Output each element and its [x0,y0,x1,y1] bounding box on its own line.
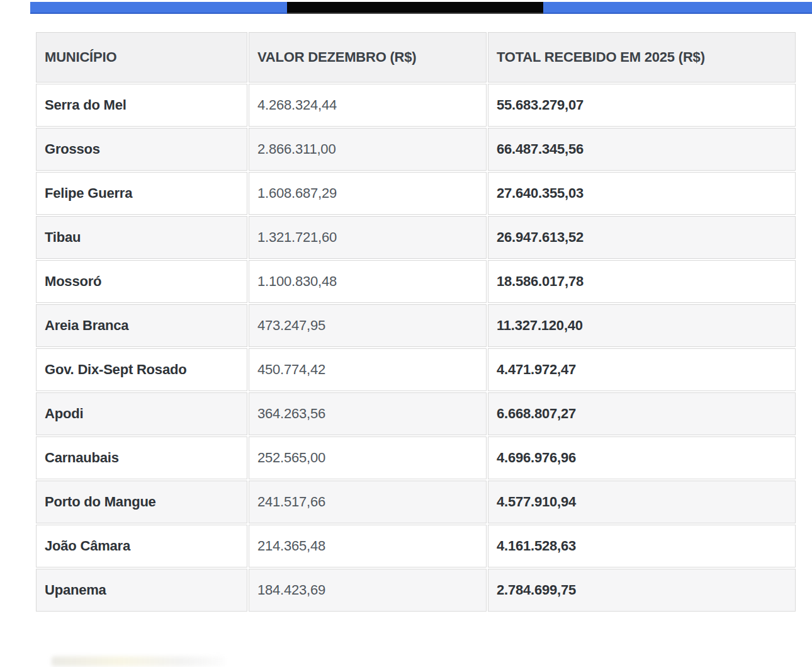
table-row: Apodi364.263,566.668.807,27 [36,392,796,435]
cell-total-2025: 4.161.528,63 [488,525,796,567]
cell-municipio: Areia Branca [36,304,247,347]
column-header-total-2025: TOTAL RECEBIDO EM 2025 (R$) [488,32,796,83]
cell-valor-dezembro: 450.774,42 [249,348,487,391]
table-row: Upanema184.423,692.784.699,75 [36,569,796,612]
cutoff-bottom-artifact [52,656,225,666]
table-body: Serra do Mel4.268.324,4455.683.279,07Gro… [36,84,796,612]
table-row: Areia Branca473.247,9511.327.120,40 [36,304,796,347]
cell-municipio: João Câmara [36,525,247,567]
table-row: Tibau1.321.721,6026.947.613,52 [36,216,796,259]
cell-total-2025: 11.327.120,40 [488,304,796,347]
cell-municipio: Gov. Dix-Sept Rosado [36,348,247,391]
cell-total-2025: 4.471.972,47 [488,348,796,391]
cell-valor-dezembro: 2.866.311,00 [249,128,487,171]
cell-total-2025: 2.784.699,75 [488,569,796,612]
cell-municipio: Porto do Mangue [36,481,247,523]
cell-total-2025: 4.577.910,94 [488,481,796,523]
table-row: Mossoró1.100.830,4818.586.017,78 [36,260,796,303]
cell-municipio: Tibau [36,216,247,259]
table-row: Felipe Guerra1.608.687,2927.640.355,03 [36,172,796,215]
column-header-municipio: MUNICÍPIO [36,32,247,83]
cell-valor-dezembro: 364.263,56 [249,392,487,435]
cell-municipio: Apodi [36,392,247,435]
cell-total-2025: 6.668.807,27 [488,392,796,435]
cell-valor-dezembro: 252.565,00 [249,436,487,479]
table-row: Porto do Mangue241.517,664.577.910,94 [36,481,796,523]
cell-valor-dezembro: 1.608.687,29 [249,172,487,215]
cell-total-2025: 27.640.355,03 [488,172,796,215]
cell-valor-dezembro: 241.517,66 [249,481,487,523]
municipios-royalties-table: MUNICÍPIO VALOR DEZEMBRO (R$) TOTAL RECE… [35,31,797,613]
column-header-valor-dezembro: VALOR DEZEMBRO (R$) [249,32,487,83]
top-bar-blue-right-segment [543,2,812,14]
table-row: Serra do Mel4.268.324,4455.683.279,07 [36,84,796,127]
cell-municipio: Felipe Guerra [36,172,247,215]
cell-total-2025: 18.586.017,78 [488,260,796,303]
cell-municipio: Upanema [36,569,247,612]
cell-valor-dezembro: 1.100.830,48 [249,260,487,303]
cell-total-2025: 26.947.613,52 [488,216,796,259]
cell-valor-dezembro: 4.268.324,44 [249,84,487,127]
table-row: Carnaubais252.565,004.696.976,96 [36,436,796,479]
cell-municipio: Mossoró [36,260,247,303]
cell-total-2025: 66.487.345,56 [488,128,796,171]
top-accent-bar [30,2,812,14]
top-bar-blue-left-segment [30,2,287,14]
cell-municipio: Serra do Mel [36,84,247,127]
cell-municipio: Carnaubais [36,436,247,479]
cell-valor-dezembro: 473.247,95 [249,304,487,347]
cell-total-2025: 55.683.279,07 [488,84,796,127]
table-row: João Câmara214.365,484.161.528,63 [36,525,796,567]
cell-valor-dezembro: 1.321.721,60 [249,216,487,259]
table-row: Gov. Dix-Sept Rosado450.774,424.471.972,… [36,348,796,391]
cell-valor-dezembro: 184.423,69 [249,569,487,612]
top-bar-black-segment [287,2,543,14]
header-row: MUNICÍPIO VALOR DEZEMBRO (R$) TOTAL RECE… [36,32,796,83]
cell-municipio: Grossos [36,128,247,171]
table-row: Grossos2.866.311,0066.487.345,56 [36,128,796,171]
cell-total-2025: 4.696.976,96 [488,436,796,479]
cell-valor-dezembro: 214.365,48 [249,525,487,567]
table-header: MUNICÍPIO VALOR DEZEMBRO (R$) TOTAL RECE… [36,32,796,83]
